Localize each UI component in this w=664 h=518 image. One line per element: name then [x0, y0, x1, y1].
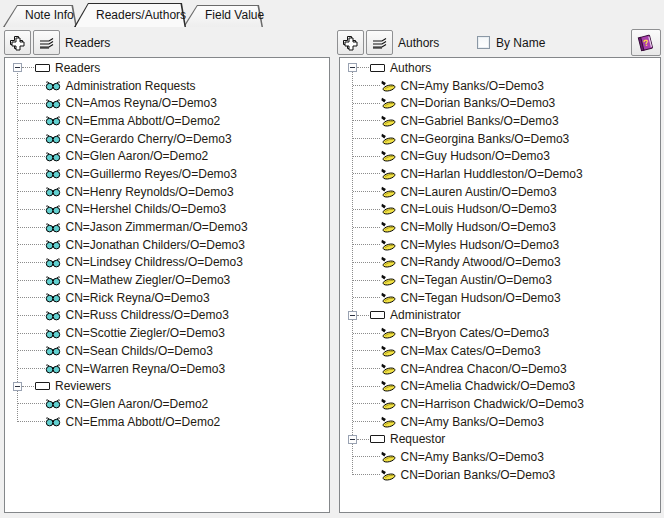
left_panel-tree-item[interactable]: CN=Lindsey Childress/O=Demo3 — [13, 254, 329, 272]
right_panel-tree-item[interactable]: CN=Amelia Chadwick/O=Demo3 — [348, 377, 660, 395]
tree-connector — [18, 103, 45, 104]
right_panel-tree-item[interactable]: CN=Amy Banks/O=Demo3 — [348, 413, 660, 431]
tree-connector — [353, 209, 380, 210]
tree-connector — [18, 244, 45, 245]
group-icon — [370, 64, 385, 72]
right_panel-tree-item[interactable]: CN=Molly Hudson/O=Demo3 — [348, 218, 660, 236]
tab-bar: Note Info Readers/Authors Field Value — [3, 3, 263, 27]
left_panel-tree-item[interactable]: CN=Scottie Ziegler/O=Demo3 — [13, 324, 329, 342]
pen-icon — [380, 327, 396, 339]
left_panel-tree-item[interactable]: CN=Glen Aaron/O=Demo2 — [13, 395, 329, 413]
right_panel-tree-item[interactable]: CN=Amy Banks/O=Demo3 — [348, 77, 660, 95]
tree-connector — [18, 333, 45, 334]
right_panel-tree-item[interactable]: CN=Amy Banks/O=Demo3 — [348, 448, 660, 466]
tab-field-value[interactable]: Field Value — [183, 5, 263, 27]
left_panel-tree-item[interactable]: CN=Gerardo Cherry/O=Demo3 — [13, 130, 329, 148]
tree-connector — [353, 191, 380, 192]
right_panel-tree-item[interactable]: CN=Gabriel Banks/O=Demo3 — [348, 112, 660, 130]
collapse-expander-icon[interactable] — [348, 435, 357, 444]
tree-item-label: CN=Rick Reyna/O=Demo3 — [66, 291, 210, 305]
right_panel-group-row[interactable]: Administrator — [348, 307, 660, 325]
tab-readers-authors[interactable]: Readers/Authors — [74, 3, 186, 27]
readers-collapse-all-button[interactable] — [33, 30, 60, 55]
tree-item-label: CN=Max Cates/O=Demo3 — [401, 344, 541, 358]
tree-connector — [353, 368, 380, 369]
pen-icon — [380, 239, 396, 251]
tree-item-label: CN=Hershel Childs/O=Demo3 — [66, 202, 227, 216]
left_panel-tree-item[interactable]: CN=Emma Abbott/O=Demo2 — [13, 112, 329, 130]
right_panel-tree-item[interactable]: CN=Harrison Chadwick/O=Demo3 — [348, 395, 660, 413]
group-icon — [370, 311, 385, 319]
left_panel-tree-item[interactable]: CN=Warren Reyna/O=Demo3 — [13, 360, 329, 378]
right_panel-tree-item[interactable]: CN=Randy Atwood/O=Demo3 — [348, 254, 660, 272]
tree-connector — [18, 85, 45, 86]
right_panel-tree-item[interactable]: CN=Dorian Banks/O=Demo3 — [348, 94, 660, 112]
left_panel-tree-item[interactable]: CN=Sean Childs/O=Demo3 — [13, 342, 329, 360]
pen-icon — [380, 203, 396, 215]
by-name-label[interactable]: By Name — [496, 36, 545, 50]
group-icon — [370, 435, 385, 443]
tree-connector — [353, 85, 380, 86]
authors-collapse-all-button[interactable] — [366, 30, 393, 55]
collapse-expander-icon[interactable] — [348, 311, 357, 320]
left_panel-tree-item[interactable]: CN=Jonathan Childers/O=Demo3 — [13, 236, 329, 254]
help-button[interactable]: ? — [631, 29, 661, 56]
right_panel-tree-item[interactable]: CN=Georgina Banks/O=Demo3 — [348, 130, 660, 148]
left_panel-tree-item[interactable]: CN=Russ Childress/O=Demo3 — [13, 307, 329, 325]
tree-item-label: CN=Mathew Ziegler/O=Demo3 — [66, 273, 231, 287]
tree-item-label: CN=Georgina Banks/O=Demo3 — [401, 132, 570, 146]
right_panel-tree-item[interactable]: CN=Tegan Hudson/O=Demo3 — [348, 289, 660, 307]
tab-label: Note Info — [3, 5, 77, 22]
left_panel-tree-item[interactable]: CN=Amos Reyna/O=Demo3 — [13, 94, 329, 112]
tree-item-label: CN=Louis Hudson/O=Demo3 — [401, 202, 557, 216]
tree-connector — [353, 474, 380, 475]
left_panel-tree-item[interactable]: CN=Mathew Ziegler/O=Demo3 — [13, 271, 329, 289]
left_panel-tree-item[interactable]: CN=Jason Zimmerman/O=Demo3 — [13, 218, 329, 236]
glasses-icon — [45, 133, 61, 144]
readers-expand-all-button[interactable] — [4, 30, 31, 55]
tree-item-label: CN=Amy Banks/O=Demo3 — [401, 415, 544, 429]
tree-connector — [353, 244, 380, 245]
left_panel-tree-item[interactable]: CN=Hershel Childs/O=Demo3 — [13, 201, 329, 219]
by-name-checkbox[interactable] — [477, 36, 490, 49]
right_panel-tree-item[interactable]: CN=Harlan Huddleston/O=Demo3 — [348, 165, 660, 183]
tree-item-label: CN=Jason Zimmerman/O=Demo3 — [66, 220, 248, 234]
tree-connector — [18, 368, 45, 369]
expand-all-icon — [342, 35, 359, 51]
collapse-expander-icon[interactable] — [348, 63, 357, 72]
left_panel-group-row[interactable]: Readers — [13, 59, 329, 77]
tree-item-label: CN=Lauren Austin/O=Demo3 — [401, 185, 557, 199]
left_panel-tree-item[interactable]: CN=Rick Reyna/O=Demo3 — [13, 289, 329, 307]
left_panel-tree-item[interactable]: CN=Glen Aaron/O=Demo2 — [13, 147, 329, 165]
tree-connector — [353, 456, 380, 457]
right_panel-tree-item[interactable]: CN=Bryon Cates/O=Demo3 — [348, 324, 660, 342]
authors-expand-all-button[interactable] — [337, 30, 364, 55]
tree-item-label: CN=Guy Hudson/O=Demo3 — [401, 149, 550, 163]
left_panel-group-row[interactable]: Reviewers — [13, 377, 329, 395]
right_panel-tree-item[interactable]: CN=Tegan Austin/O=Demo3 — [348, 271, 660, 289]
right_panel-group-row[interactable]: Authors — [348, 59, 660, 77]
right_panel-tree-item[interactable]: CN=Lauren Austin/O=Demo3 — [348, 183, 660, 201]
right_panel-tree-item[interactable]: CN=Andrea Chacon/O=Demo3 — [348, 360, 660, 378]
right_panel-tree-item[interactable]: CN=Dorian Banks/O=Demo3 — [348, 466, 660, 484]
right_panel-group-row[interactable]: Requestor — [348, 430, 660, 448]
collapse-expander-icon[interactable] — [13, 63, 22, 72]
right_panel-tree-item[interactable]: CN=Guy Hudson/O=Demo3 — [348, 147, 660, 165]
left_panel-tree-item[interactable]: CN=Emma Abbott/O=Demo2 — [13, 413, 329, 431]
glasses-icon — [45, 222, 61, 233]
left_panel-tree-item[interactable]: Administration Requests — [13, 77, 329, 95]
pen-icon — [380, 345, 396, 357]
right_panel-tree-item[interactable]: CN=Myles Hudson/O=Demo3 — [348, 236, 660, 254]
tab-note-info[interactable]: Note Info — [3, 5, 77, 27]
glasses-icon — [45, 345, 61, 356]
right_panel-tree-item[interactable]: CN=Max Cates/O=Demo3 — [348, 342, 660, 360]
tree-item-label: CN=Dorian Banks/O=Demo3 — [401, 468, 556, 482]
right_panel-tree-item[interactable]: CN=Louis Hudson/O=Demo3 — [348, 201, 660, 219]
tree-connector — [18, 280, 45, 281]
collapse-expander-icon[interactable] — [13, 382, 22, 391]
tree-item-label: CN=Bryon Cates/O=Demo3 — [401, 326, 550, 340]
tree-item-label: CN=Russ Childress/O=Demo3 — [66, 308, 229, 322]
glasses-icon — [45, 310, 61, 321]
left_panel-tree-item[interactable]: CN=Guillermo Reyes/O=Demo3 — [13, 165, 329, 183]
left_panel-tree-item[interactable]: CN=Henry Reynolds/O=Demo3 — [13, 183, 329, 201]
